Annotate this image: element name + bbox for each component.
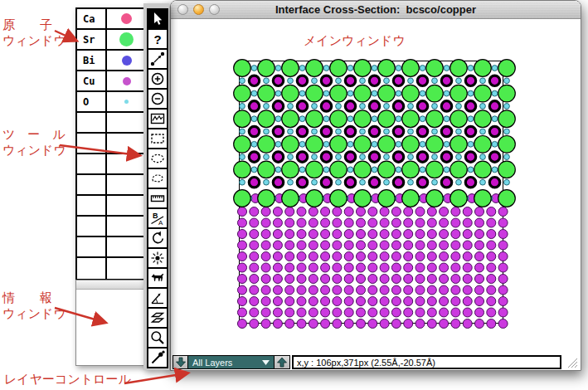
atom-color-dot (121, 13, 132, 24)
annotation-text: ウィンドウ (2, 305, 72, 321)
rectangle-selection-icon (149, 130, 166, 147)
tool-intensity-profile[interactable] (147, 108, 168, 129)
atom-row-empty[interactable] (77, 237, 146, 258)
annotation-text: ツ ー ル (2, 126, 72, 142)
atom-color-cell[interactable] (107, 9, 146, 28)
tool-rectangle-selection[interactable] (147, 128, 168, 149)
main-window-content: メインウィンドウ All Layers (171, 19, 581, 370)
atom-window: Ca Sr Bi Cu O (75, 7, 148, 280)
atom-symbol: O (77, 92, 107, 111)
info-window-body (76, 290, 147, 365)
atom-symbol: Cu (77, 71, 107, 90)
tool-label-b-a[interactable]: B A (147, 207, 168, 229)
help-icon: ? (153, 33, 161, 46)
annotation-layer-control: レイヤーコントロール (4, 371, 131, 387)
dropdown-arrow-icon (262, 360, 270, 365)
annotation-tool-window: ツ ー ル ウィンドウ (2, 126, 72, 158)
tool-rotate[interactable] (147, 227, 168, 249)
tool-ruler[interactable] (147, 188, 168, 209)
arrow-to-layer-control (124, 373, 186, 383)
tool-magnifier[interactable] (147, 327, 168, 349)
label-b-a-icon: B A (149, 210, 166, 227)
layer-up-button[interactable] (275, 355, 290, 369)
atom-row-empty[interactable] (77, 175, 146, 196)
crystal-lattice-drawing[interactable] (240, 61, 504, 324)
down-arrow-icon (175, 357, 187, 368)
atom-symbol: Bi (77, 51, 107, 70)
atom-symbol: Sr (77, 30, 107, 49)
info-window (75, 280, 148, 366)
animal-icon (149, 270, 166, 286)
tool-help[interactable]: ? (147, 28, 168, 50)
layer-control-bar: All Layers x,y : 106px,371px (2.55Å,-20.… (173, 355, 581, 370)
annotation-info-window: 情 報 ウィンドウ (2, 290, 72, 321)
titlebar[interactable]: Interface Cross-Section: bcsco/copper (171, 1, 581, 19)
layers-dropdown-label: All Layers (192, 358, 262, 368)
intensity-profile-icon (149, 110, 166, 127)
atom-color-dot (122, 56, 132, 66)
tool-distance-measure[interactable] (147, 48, 168, 70)
tool-eyedropper[interactable] (147, 347, 168, 368)
atom-row-empty[interactable] (77, 113, 146, 134)
zoom-in-icon (149, 71, 166, 87)
tool-zoom-out[interactable] (147, 88, 168, 110)
window-title: Interface Cross-Section: bcsco/copper (171, 3, 581, 16)
atom-color-cell[interactable] (107, 51, 146, 70)
atom-row-empty[interactable] (77, 258, 146, 279)
annotation-text: ウィンドウ (2, 32, 72, 48)
oval-selection-icon (149, 150, 166, 167)
atom-row-sr[interactable]: Sr (77, 30, 146, 51)
layers-dropdown[interactable]: All Layers (188, 355, 275, 369)
atom-row-empty[interactable] (77, 196, 146, 217)
atom-row-ca[interactable]: Ca (77, 9, 146, 30)
freehand-selection-icon (149, 170, 166, 187)
atom-row-o[interactable]: O (77, 92, 146, 113)
atom-color-cell[interactable] (107, 71, 146, 90)
tool-pointer-select[interactable] (147, 8, 168, 30)
atom-row-cu[interactable]: Cu (77, 71, 146, 92)
atom-row-empty[interactable] (77, 217, 146, 237)
ruler-icon (149, 190, 166, 207)
tool-freehand-selection[interactable] (147, 168, 168, 189)
resize-grip-icon (565, 357, 578, 368)
eyedropper-icon (149, 349, 166, 366)
desktop: Interface Cross-Section: bcsco/copper メイ… (0, 0, 588, 390)
pointer-icon (149, 11, 166, 27)
tool-zoom-in[interactable] (147, 68, 168, 90)
atom-color-cell[interactable] (107, 92, 146, 111)
atom-color-dot (119, 32, 134, 46)
zoom-out-icon (149, 90, 166, 107)
crystal-cross-section[interactable] (239, 61, 503, 324)
atom-row-bi[interactable]: Bi (77, 51, 146, 71)
info-window-header[interactable] (76, 280, 147, 290)
tool-oval-selection[interactable] (147, 148, 168, 169)
svg-text:B: B (153, 212, 158, 220)
tool-layer-shear[interactable] (147, 307, 168, 329)
up-arrow-icon (276, 357, 288, 368)
tool-window: ? (143, 3, 169, 370)
atom-row-empty[interactable] (77, 154, 146, 175)
atom-symbol: Ca (77, 9, 107, 28)
annotation-text: レイヤーコントロール (4, 372, 131, 386)
main-window-annotation: メインウィンドウ (304, 32, 406, 48)
svg-text:A: A (158, 219, 163, 227)
resize-grip[interactable] (563, 355, 580, 369)
layer-shear-icon (149, 310, 166, 326)
layer-down-button[interactable] (173, 355, 188, 369)
distance-measure-icon (149, 51, 166, 67)
angle-measure-icon (149, 290, 166, 306)
main-window: Interface Cross-Section: bcsco/copper メイ… (170, 0, 581, 371)
tool-angle-measure[interactable] (147, 287, 168, 309)
light-source-icon (149, 250, 166, 266)
tool-light-source[interactable] (147, 247, 168, 269)
rotate-icon (149, 230, 166, 246)
atom-color-dot (123, 77, 131, 85)
annotation-text: 原 子 (2, 17, 72, 32)
annotation-atom-window: 原 子 ウィンドウ (2, 17, 72, 48)
atom-row-empty[interactable] (77, 134, 146, 154)
atom-color-cell[interactable] (107, 30, 146, 49)
magnifier-icon (149, 329, 166, 346)
annotation-text: ウィンドウ (2, 142, 72, 158)
annotation-text: 情 報 (2, 290, 72, 305)
tool-animal[interactable] (147, 267, 168, 289)
